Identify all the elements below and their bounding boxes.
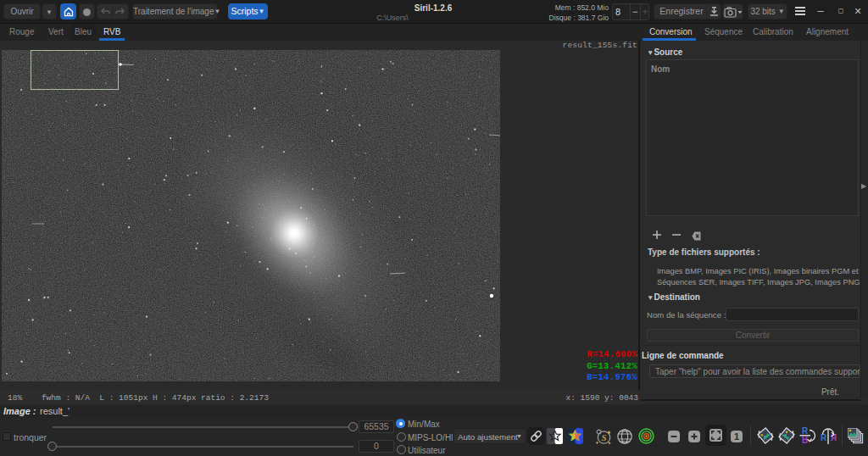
svg-text:R: R [821,433,827,442]
svg-text:S: S [601,432,606,442]
svg-text:R: R [802,426,809,436]
